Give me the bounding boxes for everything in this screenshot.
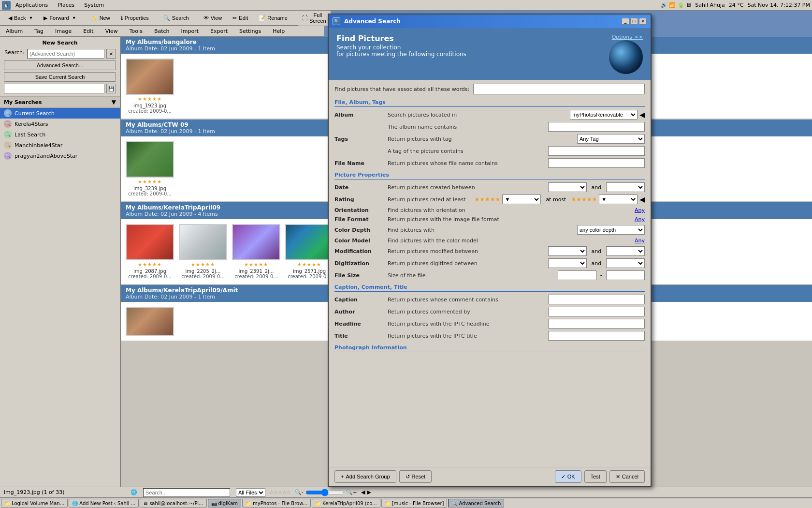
- fileformat-row: File Format Return pictures with the ima…: [334, 216, 645, 223]
- tag-contains-input-container: [548, 146, 645, 156]
- date-from-select[interactable]: [548, 182, 587, 192]
- fileformat-label: File Format: [334, 216, 388, 223]
- section-photograph-info: Photograph Information: [334, 344, 645, 352]
- filename-input[interactable]: [548, 158, 645, 168]
- rating-desc: Return pictures rated at least: [388, 196, 473, 203]
- date-from-container: and: [548, 182, 645, 192]
- dialog-title-icon: 🔍: [333, 17, 340, 25]
- modification-label: Modification: [334, 248, 388, 254]
- filename-field-label: File Name: [334, 160, 388, 166]
- title-desc: Return pictures with the IPTC title: [388, 333, 546, 339]
- dialog-title: Advanced Search: [344, 18, 622, 25]
- ok-icon: ✓: [561, 474, 566, 480]
- picture-props-group: Date Return pictures created between and…: [334, 182, 645, 280]
- section-picture-props: Picture Properties: [334, 172, 645, 179]
- file-album-tags-group: Album Search pictures located in myPhoto…: [334, 110, 645, 168]
- dialog-inner: Find Pictures Search your collection for…: [329, 28, 651, 486]
- modification-to-select[interactable]: [606, 246, 645, 256]
- headline-row: Headline Return pictures with the IPTC h…: [334, 319, 645, 329]
- colordepth-select[interactable]: any color depth: [577, 225, 645, 235]
- colormodel-value[interactable]: Any: [635, 238, 645, 244]
- modification-from-select[interactable]: [548, 246, 587, 256]
- headline-desc: Return pictures with the IPTC headline: [388, 321, 546, 327]
- keywords-input[interactable]: [473, 84, 645, 94]
- tag-contains-input[interactable]: [548, 146, 645, 156]
- dialog-body: Find pictures that have associated all t…: [329, 80, 651, 467]
- caption-comment-group: Caption Return pictures whose comment co…: [334, 295, 645, 341]
- date-to-select[interactable]: [606, 182, 645, 192]
- caption-input[interactable]: [548, 295, 645, 304]
- tag-contains-row: A tag of the picture contains: [334, 146, 645, 156]
- rating-min-select[interactable]: ▼: [502, 194, 541, 204]
- reset-button[interactable]: ↺ Reset: [399, 470, 432, 483]
- caption-row: Caption Return pictures whose comment co…: [334, 295, 645, 304]
- modification-date-container: and: [548, 246, 645, 256]
- colordepth-row: Color Depth Find pictures with any color…: [334, 225, 645, 235]
- filesize-max-input[interactable]: [606, 270, 645, 280]
- digitization-row: Digitization Return pictures digitized b…: [334, 258, 645, 268]
- rating-stars-display: ★★★★★: [475, 196, 501, 203]
- ok-button[interactable]: ✓ OK: [555, 470, 581, 483]
- album-row: Album Search pictures located in myPhoto…: [334, 110, 645, 120]
- modification-and-text: and: [591, 248, 601, 254]
- find-pictures-title: Find Pictures: [336, 34, 466, 43]
- headline-input-container: [548, 319, 645, 329]
- dialog-maximize-button[interactable]: □: [630, 18, 638, 25]
- author-label: Author: [334, 309, 388, 315]
- cancel-icon: ✕: [616, 474, 620, 480]
- advanced-search-dialog: 🔍 Advanced Search _ □ ✕ Find Pictures Se…: [328, 14, 652, 487]
- colordepth-label: Color Depth: [334, 227, 388, 233]
- title-input-container: [548, 331, 645, 341]
- tags-select-container: Any Tag: [577, 134, 645, 144]
- album-field-label: Album: [334, 112, 388, 118]
- album-field-desc: Search pictures located in: [388, 112, 568, 118]
- colordepth-select-container: any color depth: [577, 225, 645, 235]
- colormodel-label: Color Model: [334, 238, 388, 244]
- album-select[interactable]: myPhotosRemovable: [570, 110, 638, 120]
- rating-atmost-stars: ★★★★★: [571, 196, 597, 203]
- colormodel-value-container: Any: [635, 237, 645, 244]
- digitization-to-select[interactable]: [606, 258, 645, 268]
- test-button[interactable]: Test: [584, 470, 607, 483]
- author-input[interactable]: [548, 307, 645, 316]
- cancel-button[interactable]: ✕ Cancel: [609, 470, 645, 483]
- header-line2: for pictures meeting the following condi…: [336, 51, 466, 58]
- header-line1: Search your collection: [336, 44, 466, 51]
- rating-reset-icon[interactable]: ◀: [639, 195, 645, 203]
- digitization-label: Digitization: [334, 260, 388, 267]
- filesize-min-input[interactable]: [558, 270, 596, 280]
- reset-icon: ↺: [406, 474, 410, 480]
- tags-select[interactable]: Any Tag: [577, 134, 645, 144]
- dialog-close-button[interactable]: ✕: [639, 18, 647, 25]
- tag-contains-desc: A tag of the picture contains: [388, 148, 546, 154]
- filename-field-desc: Return pictures whose file name contains: [388, 160, 546, 166]
- album-reset-icon[interactable]: ◀: [639, 111, 645, 119]
- title-input[interactable]: [548, 331, 645, 341]
- author-input-container: [548, 307, 645, 316]
- author-row: Author Return pictures commented by: [334, 307, 645, 316]
- album-name-input[interactable]: [548, 122, 645, 132]
- section-caption-comment: Caption, Comment, Title: [334, 284, 645, 292]
- filesize-row: File Size Size of the file -: [334, 270, 645, 280]
- tags-field-label: Tags: [334, 136, 388, 142]
- colordepth-desc: Find pictures with: [388, 227, 575, 233]
- caption-input-container: [548, 295, 645, 304]
- rating-row: Rating Return pictures rated at least ★★…: [334, 194, 645, 204]
- add-search-group-button[interactable]: + Add Search Group: [334, 470, 396, 483]
- keywords-label: Find pictures that have associated all t…: [334, 86, 469, 92]
- headline-input[interactable]: [548, 319, 645, 329]
- globe-decoration: [609, 40, 643, 74]
- album-select-container: myPhotosRemovable: [570, 110, 638, 120]
- filesize-label: File Size: [334, 272, 388, 279]
- author-desc: Return pictures commented by: [388, 309, 546, 315]
- fileformat-desc: Return pictures with the image file form…: [388, 216, 633, 223]
- colormodel-row: Color Model Find pictures with the color…: [334, 237, 645, 244]
- dialog-footer: + Add Search Group ↺ Reset ✓ OK Test: [329, 467, 651, 486]
- fileformat-value[interactable]: Any: [635, 216, 645, 223]
- rating-max-select[interactable]: ▼: [599, 194, 638, 204]
- options-link[interactable]: Options >>: [612, 34, 643, 40]
- orientation-value[interactable]: Any: [635, 207, 645, 213]
- digitization-from-select[interactable]: [548, 258, 587, 268]
- dialog-minimize-button[interactable]: _: [622, 18, 629, 25]
- dialog-titlebar: 🔍 Advanced Search _ □ ✕: [329, 15, 651, 28]
